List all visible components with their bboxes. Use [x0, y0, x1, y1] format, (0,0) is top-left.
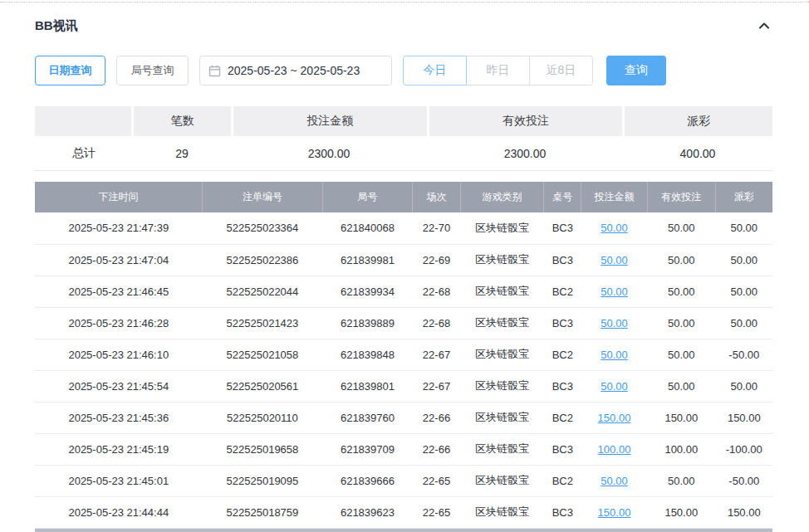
bet-amount-link[interactable]: 150.00: [598, 506, 631, 519]
cell-session: 22-66: [413, 433, 461, 465]
cell-table-no: BC2: [544, 402, 581, 433]
cell-session: 22-65: [413, 465, 461, 496]
cell-valid-bet: 50.00: [647, 339, 716, 370]
bet-amount-link[interactable]: 50.00: [601, 222, 628, 234]
quick-range-yesterday-button[interactable]: 昨日: [466, 56, 530, 85]
bet-amount-link[interactable]: 150.00: [598, 412, 631, 424]
cell-payout: -100.00: [716, 433, 772, 465]
cell-game-type: 区块链骰宝: [460, 307, 543, 339]
date-range-input[interactable]: 2025-05-23 ~ 2025-05-23: [199, 56, 392, 85]
summary-total-payout: 400.00: [623, 147, 772, 160]
bet-amount-link[interactable]: 50.00: [601, 317, 628, 329]
cell-bet-amount: 50.00: [581, 370, 647, 402]
cell-valid-bet: 150.00: [647, 496, 716, 528]
cell-order-no: 522525019658: [203, 433, 323, 465]
summary-total-bet-amount: 2300.00: [231, 147, 427, 160]
summary-total-row: 总计 29 2300.00 2300.00 400.00: [35, 136, 772, 171]
cell-bet-time: 2025-05-23 21:45:01: [35, 465, 203, 496]
bb-video-panel: BB视讯 日期查询 局号查询 2025-05-23 ~ 2025-05-23 今…: [35, 15, 772, 529]
bet-amount-link[interactable]: 50.00: [601, 349, 628, 361]
cell-round-no: 621839666: [322, 465, 412, 496]
cell-round-no: 621839981: [322, 244, 412, 276]
cell-table-no: BC3: [544, 496, 581, 528]
cell-bet-amount: 50.00: [581, 339, 647, 370]
cell-game-type: 区块链骰宝: [460, 496, 543, 528]
cell-round-no: 621839889: [322, 307, 412, 339]
cell-session: 22-68: [413, 307, 461, 339]
cell-session: 22-67: [413, 339, 461, 370]
table-row: 2025-05-23 21:45:01 522525019095 6218396…: [35, 465, 772, 496]
cell-table-no: BC3: [544, 244, 581, 276]
cell-table-no: BC3: [544, 212, 581, 244]
table-row: 2025-05-23 21:47:39 522525023364 6218400…: [35, 212, 772, 244]
calendar-icon: [208, 65, 221, 77]
cell-bet-time: 2025-05-23 21:45:36: [35, 402, 203, 433]
col-header-session: 场次: [413, 182, 461, 212]
filter-toolbar: 日期查询 局号查询 2025-05-23 ~ 2025-05-23 今日 昨日 …: [35, 56, 772, 85]
chevron-up-icon: [758, 19, 771, 32]
col-header-valid-bet: 有效投注: [647, 182, 716, 212]
summary-total-valid-bet: 2300.00: [427, 147, 623, 160]
cell-payout: 50.00: [716, 244, 772, 276]
summary-header-count: 笔数: [134, 106, 230, 136]
cell-game-type: 区块链骰宝: [460, 212, 543, 244]
cell-valid-bet: 150.00: [647, 402, 716, 433]
cell-bet-amount: 50.00: [581, 212, 647, 244]
bet-amount-link[interactable]: 50.00: [601, 286, 628, 298]
table-row: 2025-05-23 21:46:28 522525021423 6218398…: [35, 307, 772, 339]
cell-payout: 50.00: [716, 370, 772, 402]
cell-game-type: 区块链骰宝: [460, 339, 543, 370]
summary-total-label: 总计: [35, 146, 133, 161]
table-row: 2025-05-23 21:44:44 522525018759 6218396…: [35, 496, 772, 528]
quick-range-button-group: 今日 昨日 近8日: [403, 56, 593, 85]
cell-table-no: BC2: [544, 465, 581, 496]
cell-order-no: 522525022386: [203, 244, 323, 276]
cell-bet-amount: 50.00: [581, 276, 647, 307]
cell-game-type: 区块链骰宝: [460, 402, 543, 433]
bet-amount-link[interactable]: 50.00: [601, 254, 628, 266]
cell-valid-bet: 50.00: [647, 212, 716, 244]
table-row: 2025-05-23 21:45:19 522525019658 6218397…: [35, 433, 772, 465]
cell-order-no: 522525022044: [203, 276, 323, 307]
cell-session: 22-70: [413, 212, 461, 244]
cell-payout: 150.00: [716, 402, 772, 433]
panel-title-bar: BB视讯: [35, 15, 772, 37]
cell-round-no: 621839934: [322, 276, 412, 307]
cell-valid-bet: 100.00: [647, 433, 716, 465]
bet-records-table: 下注时间 注单编号 局号 场次 游戏类别 桌号 投注金额 有效投注 派彩 202…: [35, 182, 772, 529]
cell-round-no: 621839623: [322, 496, 412, 528]
cell-payout: 150.00: [716, 496, 772, 528]
search-button[interactable]: 查询: [606, 56, 666, 85]
summary-header-row: 笔数 投注金额 有效投注 派彩: [35, 106, 772, 136]
col-header-round-no: 局号: [322, 182, 412, 212]
summary-table: 笔数 投注金额 有效投注 派彩 总计 29 2300.00 2300.00 40…: [35, 106, 772, 171]
summary-total-count: 29: [133, 147, 231, 160]
cell-payout: 50.00: [716, 307, 772, 339]
cell-session: 22-69: [413, 244, 461, 276]
next-row-partial-strip: [35, 529, 772, 532]
cell-round-no: 621840068: [322, 212, 412, 244]
date-query-tab-button[interactable]: 日期查询: [35, 56, 105, 85]
cell-bet-time: 2025-05-23 21:47:04: [35, 244, 203, 276]
collapse-button[interactable]: [756, 17, 772, 34]
cell-round-no: 621839709: [322, 433, 412, 465]
col-header-bet-amount: 投注金额: [581, 182, 647, 212]
table-row: 2025-05-23 21:46:10 522525021058 6218398…: [35, 339, 772, 370]
bet-amount-link[interactable]: 50.00: [601, 380, 628, 393]
cell-order-no: 522525021423: [203, 307, 323, 339]
cell-table-no: BC3: [544, 307, 581, 339]
cell-round-no: 621839760: [322, 402, 412, 433]
cell-bet-time: 2025-05-23 21:45:54: [35, 370, 203, 402]
cell-session: 22-68: [413, 276, 461, 307]
cell-valid-bet: 50.00: [647, 307, 716, 339]
round-query-tab-button[interactable]: 局号查询: [116, 56, 189, 85]
quick-range-today-button[interactable]: 今日: [403, 56, 467, 85]
quick-range-last8days-button[interactable]: 近8日: [529, 56, 593, 85]
cell-bet-amount: 150.00: [581, 496, 647, 528]
cell-table-no: BC2: [544, 276, 581, 307]
cell-table-no: BC2: [544, 339, 581, 370]
bet-amount-link[interactable]: 50.00: [601, 475, 628, 487]
bet-amount-link[interactable]: 100.00: [598, 443, 631, 456]
summary-header-valid-bet: 有效投注: [429, 106, 623, 136]
cell-game-type: 区块链骰宝: [460, 370, 543, 402]
